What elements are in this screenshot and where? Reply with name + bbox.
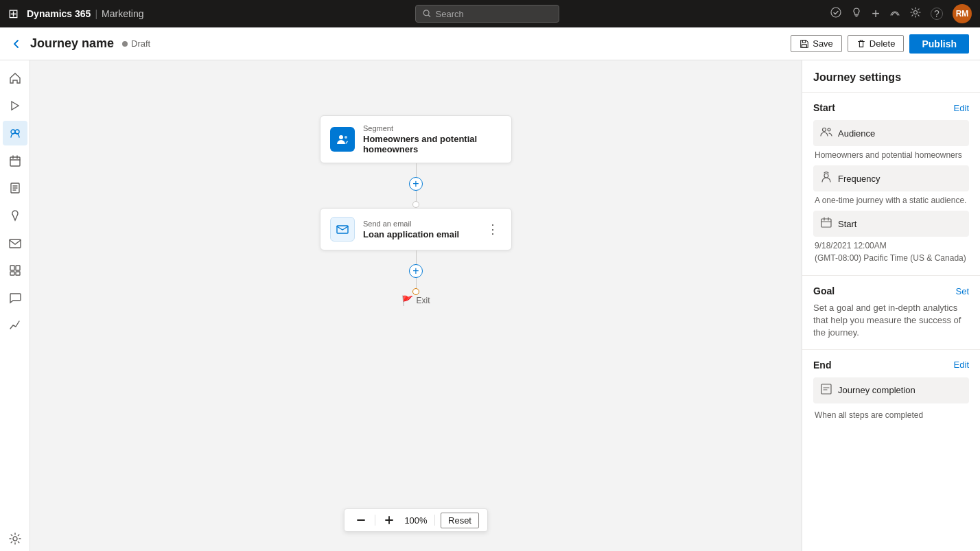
end-section-header: End Edit [813, 360, 969, 371]
main-layout: Segment Homeowners and potential homeown… [0, 60, 980, 551]
nav-icons: + ? RM [830, 4, 972, 23]
sidebar-item-analytics[interactable] [3, 313, 27, 338]
zoom-reset-button[interactable]: Reset [441, 513, 479, 528]
journey-canvas: Segment Homeowners and potential homeown… [30, 60, 802, 551]
svg-point-19 [339, 135, 343, 139]
email-node-text: Send an email Loan application email [363, 220, 476, 239]
delete-button[interactable]: Delete [848, 35, 905, 52]
search-icon [423, 9, 432, 19]
connector-1: + [409, 163, 423, 208]
start-edit-link[interactable]: Edit [954, 103, 969, 113]
segment-title: Homeowners and potential homeowners [363, 134, 502, 154]
start-date-icon [820, 216, 832, 231]
top-navigation: ⊞ Dynamics 365 | Marketing + ? RM [0, 0, 980, 27]
save-button[interactable]: Save [791, 35, 842, 52]
svg-point-0 [423, 10, 429, 16]
svg-point-27 [824, 174, 828, 178]
sidebar-item-ai[interactable] [3, 203, 27, 228]
search-box[interactable] [415, 5, 559, 23]
sidebar-item-settings[interactable] [3, 526, 27, 551]
sub-header: Journey name Draft Save Delete Publish [0, 27, 980, 60]
connector-line-2-mid [416, 278, 417, 288]
checklist-icon[interactable] [830, 7, 841, 21]
start-timezone: (GMT-08:00) Pacific Time (US & Canada) [815, 253, 968, 263]
publish-button[interactable]: Publish [909, 34, 969, 54]
svg-rect-7 [802, 44, 807, 47]
draft-badge: Draft [122, 38, 150, 49]
frequency-card-label: Frequency [838, 174, 880, 184]
zoom-divider [375, 515, 375, 526]
email-icon [330, 217, 355, 242]
sidebar [0, 60, 30, 551]
start-date-card[interactable]: Start [813, 211, 969, 237]
zoom-divider-2 [434, 515, 435, 526]
zoom-in-button[interactable] [381, 512, 397, 528]
email-more-button[interactable]: ⋮ [484, 220, 502, 238]
sidebar-item-email[interactable] [3, 231, 27, 255]
svg-rect-29 [821, 384, 831, 394]
signal-icon[interactable] [889, 7, 900, 21]
email-title: Loan application email [363, 229, 476, 239]
sidebar-item-home[interactable] [3, 66, 27, 91]
back-icon [11, 38, 22, 49]
goal-section-title: Goal [813, 285, 835, 296]
zoom-controls: 100% Reset [344, 508, 488, 532]
exit-label: Exit [416, 296, 430, 305]
lightbulb-icon[interactable] [851, 7, 862, 21]
canvas-content: Segment Homeowners and potential homeown… [30, 60, 802, 551]
frequency-card-content: Frequency [838, 174, 880, 184]
zoom-level: 100% [403, 515, 429, 526]
brand-name: Dynamics 365 [27, 8, 91, 19]
brand: Dynamics 365 | Marketing [27, 8, 144, 19]
frequency-card[interactable]: Frequency [813, 165, 969, 191]
start-section-header: Start Edit [813, 102, 969, 113]
right-panel: Journey settings Start Edit Audience Hom… [802, 60, 980, 551]
add-step-button-2[interactable]: + [409, 264, 423, 278]
end-edit-link[interactable]: Edit [954, 360, 969, 370]
svg-rect-15 [16, 266, 20, 270]
audience-card[interactable]: Audience [813, 120, 969, 146]
start-date-label: Start [838, 219, 856, 229]
start-date-value-block: 9/18/2021 12:00AM (GMT-08:00) Pacific Ti… [813, 241, 969, 266]
avatar[interactable]: RM [953, 4, 972, 23]
help-icon[interactable]: ? [931, 8, 943, 20]
audience-value: Homeowners and potential homeowners [813, 150, 969, 165]
goal-section: Goal Set Set a goal and get in-depth ana… [802, 275, 980, 349]
svg-rect-11 [10, 157, 20, 166]
journey-name-title: Journey name [30, 36, 114, 51]
completion-icon [820, 383, 832, 398]
sidebar-item-segments[interactable] [3, 121, 27, 145]
start-section-title: Start [813, 102, 835, 113]
sidebar-item-chat[interactable] [3, 285, 27, 310]
end-section: End Edit Journey completion When all ste… [802, 349, 980, 432]
svg-rect-16 [10, 272, 14, 275]
settings-icon[interactable] [910, 7, 921, 21]
svg-point-20 [345, 136, 347, 139]
sidebar-item-assets[interactable] [3, 258, 27, 283]
segment-node[interactable]: Segment Homeowners and potential homeown… [320, 115, 512, 163]
connector-line-mid [416, 191, 417, 201]
back-button[interactable] [11, 38, 22, 49]
goal-set-link[interactable]: Set [955, 286, 969, 296]
zoom-out-button[interactable] [353, 512, 369, 528]
svg-point-26 [828, 128, 830, 131]
end-section-title: End [813, 360, 831, 371]
search-input[interactable] [436, 9, 552, 19]
sidebar-item-journeys[interactable] [3, 93, 27, 118]
segment-label: Segment [363, 124, 502, 132]
sidebar-item-forms[interactable] [3, 176, 27, 200]
draft-label: Draft [131, 38, 150, 49]
add-icon[interactable]: + [872, 6, 880, 22]
completion-card[interactable]: Journey completion [813, 377, 969, 403]
waffle-icon[interactable]: ⊞ [8, 6, 19, 21]
journey-nodes: Segment Homeowners and potential homeown… [320, 115, 512, 306]
svg-marker-8 [12, 102, 19, 110]
goal-section-header: Goal Set [813, 285, 969, 296]
draft-dot [122, 41, 128, 47]
svg-point-2 [831, 8, 841, 17]
email-node[interactable]: Send an email Loan application email ⋮ [320, 208, 512, 250]
sidebar-item-events[interactable] [3, 148, 27, 173]
segment-icon [330, 127, 355, 152]
add-step-button-1[interactable]: + [409, 177, 423, 191]
email-label: Send an email [363, 220, 476, 228]
